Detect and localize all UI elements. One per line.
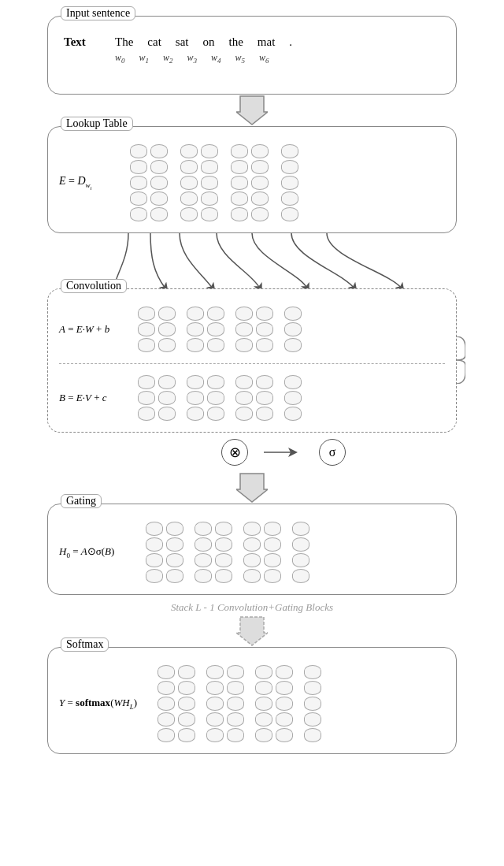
cell [235,391,253,405]
cell [215,553,232,567]
cell [255,681,272,695]
cell [281,191,298,206]
cell [206,681,224,695]
cb5 [256,375,273,421]
svg-marker-2 [236,474,268,502]
cell [231,191,248,206]
cell [207,338,224,352]
cell [255,665,272,679]
cell [243,537,261,552]
cell [281,207,298,221]
cell [284,375,302,389]
lookup-col-3 [201,144,218,221]
ca1 [158,307,176,352]
conv-a-cells [138,307,302,352]
cell [207,391,224,405]
gate-row: ⊗ σ [158,433,346,472]
cell [304,665,321,679]
cell [138,338,155,352]
down-arrow-svg [236,95,268,126]
cell [138,407,155,421]
ca4 [235,307,253,352]
cell [284,391,302,405]
cell [227,665,244,679]
cell [215,537,232,552]
cell [206,697,224,711]
cell [146,522,163,536]
lookup-cell-group [130,144,298,221]
gating-cells [146,522,309,583]
cell [235,407,253,421]
cell [292,569,309,583]
sigma-gate: σ [319,439,346,466]
lookup-col-1 [150,144,168,221]
lookup-table-box: Lookup Table E = Dwi [47,126,457,233]
cell [178,712,195,727]
cell [243,553,261,567]
cell [150,144,168,158]
cb2 [187,375,204,421]
cell [251,207,269,221]
cell [235,322,253,336]
cell [146,569,163,583]
cell [284,338,302,352]
cell [187,322,204,336]
cell [231,207,248,221]
cell [158,407,176,421]
cell [195,522,212,536]
conv-row-a: A = E·W + b [59,307,445,352]
word-3: on [202,35,214,49]
cb4 [235,375,253,421]
diagram: Input sentence Text The cat sat on the m… [47,16,457,850]
gc4 [243,522,261,583]
cell [187,391,204,405]
cell [150,191,168,206]
cell [130,144,147,158]
softmax-equation: Y = softmax(WHL) [59,697,150,711]
cell [281,144,298,158]
cell [158,307,176,321]
cell [251,191,269,206]
cell [206,665,224,679]
convolution-label: Convolution [61,279,127,293]
ca0 [138,307,155,352]
cell [146,553,163,567]
cell [166,522,183,536]
word-0: The [115,35,133,49]
cell [235,307,253,321]
cell [158,375,176,389]
cell [227,712,244,727]
cell [264,522,281,536]
cell [276,728,293,742]
cell [281,176,298,190]
word-5: mat [258,35,276,49]
lookup-inner: E = Dwi [59,144,445,221]
cell [138,375,155,389]
cell [276,665,293,679]
down-arrow-svg-3 [236,615,268,647]
cell [284,307,302,321]
conv-divider [59,363,445,364]
gc2 [195,522,212,583]
cell [227,697,244,711]
cell [251,160,269,174]
cell [235,338,253,352]
cell [276,697,293,711]
word-1: cat [147,35,161,49]
cell [304,681,321,695]
cell [284,322,302,336]
cell [180,160,198,174]
cell [158,697,175,711]
cell [255,712,272,727]
cell [180,176,198,190]
cb6 [284,375,302,421]
sc4 [255,665,272,742]
cell [235,375,253,389]
cell [178,728,195,742]
cell [256,375,273,389]
cell [284,407,302,421]
conv-bracket [454,332,465,388]
sc5 [276,665,293,742]
cell [256,322,273,336]
bracket-svg [454,336,465,384]
